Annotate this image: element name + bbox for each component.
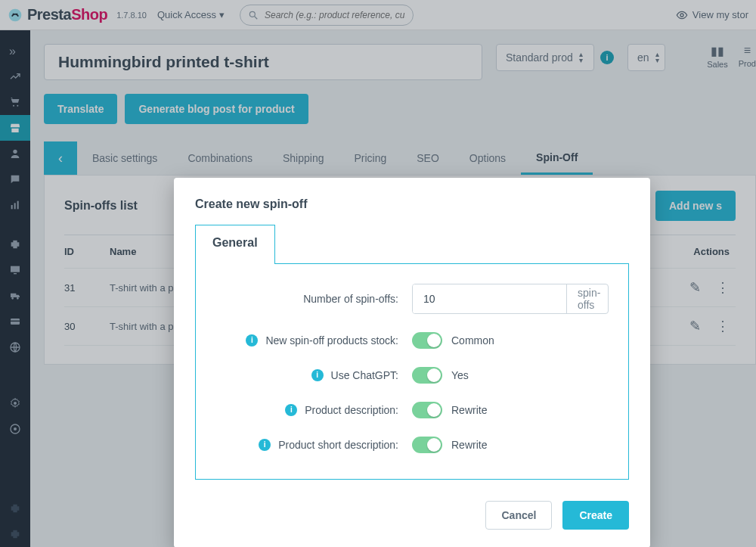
info-icon[interactable]: i xyxy=(285,404,297,416)
info-icon[interactable]: i xyxy=(311,369,324,381)
modal-body: Number of spin-offs: spin-offs i New spi… xyxy=(195,263,629,480)
modal-tabs: General xyxy=(195,225,629,264)
stock-toggle[interactable] xyxy=(412,332,442,349)
num-spinoffs-label: Number of spin-offs: xyxy=(303,293,398,305)
cancel-button[interactable]: Cancel xyxy=(485,501,552,530)
stock-label: New spin-off products stock: xyxy=(265,334,398,347)
chatgpt-value: Yes xyxy=(451,369,469,381)
description-value: Rewrite xyxy=(451,404,487,416)
modal-title: Create new spin-off xyxy=(195,197,629,211)
info-icon[interactable]: i xyxy=(259,439,271,451)
field-chatgpt: i Use ChatGPT: Yes xyxy=(215,367,609,384)
num-spinoffs-suffix: spin-offs xyxy=(566,284,609,313)
field-short-description: i Product short description: Rewrite xyxy=(215,437,609,453)
chatgpt-label: Use ChatGPT: xyxy=(331,369,398,381)
info-icon[interactable]: i xyxy=(246,334,258,347)
stock-value: Common xyxy=(451,334,494,347)
field-num-spinoffs: Number of spin-offs: spin-offs xyxy=(215,284,609,314)
field-description: i Product description: Rewrite xyxy=(215,402,609,418)
short-description-toggle[interactable] xyxy=(412,437,442,453)
description-label: Product description: xyxy=(305,404,398,416)
num-spinoffs-input[interactable] xyxy=(413,284,566,313)
description-toggle[interactable] xyxy=(412,402,442,418)
create-spinoff-modal: Create new spin-off General Number of sp… xyxy=(174,178,650,547)
short-description-label: Product short description: xyxy=(278,439,398,451)
short-description-value: Rewrite xyxy=(451,439,487,451)
num-spinoffs-input-wrap: spin-offs xyxy=(412,284,609,314)
modal-tab-general[interactable]: General xyxy=(195,225,275,264)
modal-footer: Cancel Create xyxy=(195,501,629,530)
field-stock: i New spin-off products stock: Common xyxy=(215,332,609,349)
create-button[interactable]: Create xyxy=(562,501,629,530)
chatgpt-toggle[interactable] xyxy=(412,367,442,384)
